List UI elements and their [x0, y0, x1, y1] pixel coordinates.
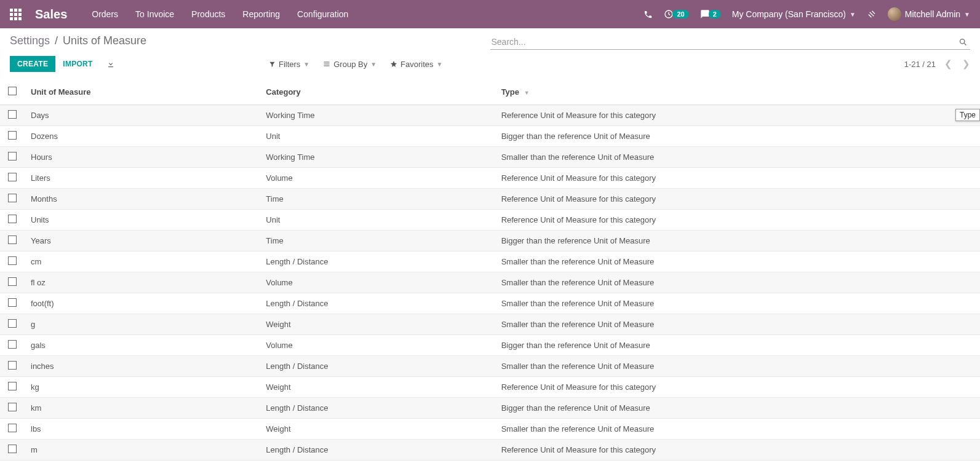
create-button[interactable]: CREATE [10, 56, 55, 72]
row-checkbox[interactable] [8, 131, 17, 140]
import-button[interactable]: IMPORT [55, 56, 100, 72]
cell-uom: km [25, 398, 260, 419]
select-all-checkbox[interactable] [8, 87, 17, 95]
cell-type: Smaller than the reference Unit of Measu… [495, 272, 980, 293]
groupby-dropdown[interactable]: Group By ▼ [323, 60, 376, 69]
row-checkbox[interactable] [8, 152, 17, 160]
cell-category: Length / Distance [260, 251, 495, 272]
row-checkbox[interactable] [8, 110, 17, 119]
svg-line-2 [964, 43, 966, 45]
cell-category: Length / Distance [260, 440, 495, 461]
row-checkbox[interactable] [8, 256, 17, 265]
nav-reporting[interactable]: Reporting [242, 9, 280, 19]
col-header-uom[interactable]: Unit of Measure [25, 79, 260, 105]
row-checkbox[interactable] [8, 403, 17, 411]
cell-type: Bigger than the reference Unit of Measur… [495, 335, 980, 356]
table-row[interactable]: DozensUnitBigger than the reference Unit… [0, 126, 980, 147]
company-switcher[interactable]: My Company (San Francisco) ▼ [732, 9, 856, 19]
table-row[interactable]: galsVolumeBigger than the reference Unit… [0, 335, 980, 356]
download-icon[interactable] [106, 60, 115, 68]
avatar [888, 7, 901, 21]
app-brand[interactable]: Sales [35, 7, 67, 22]
user-menu[interactable]: Mitchell Admin ▼ [888, 7, 970, 21]
messages-button[interactable]: 2 [700, 9, 721, 19]
cell-uom: gals [25, 335, 260, 356]
topbar-right: 20 2 My Company (San Francisco) ▼ Mitche… [643, 7, 970, 21]
search-bar [490, 34, 971, 50]
row-checkbox[interactable] [8, 194, 17, 202]
chevron-down-icon: ▼ [370, 61, 376, 68]
row-checkbox[interactable] [8, 361, 17, 370]
phone-icon[interactable] [643, 10, 653, 19]
favorites-dropdown[interactable]: Favorites ▼ [390, 60, 442, 69]
pager-range: 1-21 / 21 [904, 60, 936, 69]
cell-category: Time [260, 189, 495, 210]
activity-badge: 20 [672, 10, 688, 18]
table-row[interactable]: HoursWorking TimeSmaller than the refere… [0, 147, 980, 168]
sort-indicator-icon: ▼ [524, 90, 530, 96]
cell-category: Working Time [260, 147, 495, 168]
row-checkbox[interactable] [8, 236, 17, 244]
table-row[interactable]: DaysWorking TimeReference Unit of Measur… [0, 105, 980, 126]
row-checkbox[interactable] [8, 340, 17, 349]
main-nav: Orders To Invoice Products Reporting Con… [92, 9, 348, 19]
row-checkbox[interactable] [8, 382, 17, 390]
table-row[interactable]: lbsWeightSmaller than the reference Unit… [0, 419, 980, 440]
search-icon[interactable] [956, 36, 970, 48]
cell-type: Bigger than the reference Unit of Measur… [495, 231, 980, 251]
cell-type: Reference Unit of Measure for this categ… [495, 189, 980, 210]
breadcrumb-parent[interactable]: Settings [10, 34, 50, 47]
chevron-down-icon: ▼ [437, 61, 443, 68]
list-view: Type Unit of Measure Category Type ▼ Day… [0, 79, 980, 464]
company-name: My Company (San Francisco) [732, 9, 846, 19]
cell-category: Length / Distance [260, 461, 495, 465]
table-row[interactable]: inchesLength / DistanceSmaller than the … [0, 356, 980, 377]
search-input[interactable] [490, 34, 957, 49]
table-row[interactable]: gWeightSmaller than the reference Unit o… [0, 314, 980, 335]
nav-to-invoice[interactable]: To Invoice [135, 9, 174, 19]
cell-uom: fl oz [25, 272, 260, 293]
table-row[interactable]: YearsTimeBigger than the reference Unit … [0, 231, 980, 251]
nav-products[interactable]: Products [191, 9, 225, 19]
col-header-type[interactable]: Type ▼ [495, 79, 980, 105]
table-row[interactable]: UnitsUnitReference Unit of Measure for t… [0, 210, 980, 231]
cell-type: Smaller than the reference Unit of Measu… [495, 419, 980, 440]
debug-icon[interactable] [867, 9, 877, 19]
nav-orders[interactable]: Orders [92, 9, 118, 19]
cell-type: Smaller than the reference Unit of Measu… [495, 251, 980, 272]
activity-button[interactable]: 20 [664, 9, 688, 19]
table-row[interactable]: fl ozVolumeSmaller than the reference Un… [0, 272, 980, 293]
table-row[interactable]: MonthsTimeReference Unit of Measure for … [0, 189, 980, 210]
apps-icon[interactable] [10, 9, 22, 20]
cell-category: Volume [260, 335, 495, 356]
funnel-icon [269, 61, 276, 68]
table-row[interactable]: kmLength / DistanceBigger than the refer… [0, 398, 980, 419]
filters-dropdown[interactable]: Filters ▼ [269, 60, 309, 69]
cell-uom: Hours [25, 147, 260, 168]
breadcrumb: Settings / Units of Measure [10, 34, 490, 47]
pager-prev[interactable]: ❮ [944, 58, 952, 69]
table-row[interactable]: foot(ft)Length / DistanceSmaller than th… [0, 293, 980, 314]
col-header-category[interactable]: Category [260, 79, 495, 105]
row-checkbox[interactable] [8, 277, 17, 286]
row-checkbox[interactable] [8, 215, 17, 223]
cell-uom: inches [25, 356, 260, 377]
pager-next[interactable]: ❯ [962, 58, 970, 69]
table-row[interactable]: mLength / DistanceReference Unit of Meas… [0, 440, 980, 461]
row-checkbox[interactable] [8, 445, 17, 453]
table-row[interactable]: kgWeightReference Unit of Measure for th… [0, 377, 980, 398]
svg-point-1 [960, 39, 965, 44]
row-checkbox[interactable] [8, 298, 17, 307]
breadcrumb-separator: / [55, 34, 58, 47]
cell-category: Volume [260, 168, 495, 189]
page-title: Units of Measure [63, 34, 146, 47]
row-checkbox[interactable] [8, 424, 17, 432]
row-checkbox[interactable] [8, 319, 17, 328]
table-row[interactable]: cmLength / DistanceSmaller than the refe… [0, 251, 980, 272]
cell-uom: foot(ft) [25, 293, 260, 314]
nav-configuration[interactable]: Configuration [297, 9, 348, 19]
row-checkbox[interactable] [8, 173, 17, 181]
table-row[interactable]: LitersVolumeReference Unit of Measure fo… [0, 168, 980, 189]
cell-uom: Liters [25, 168, 260, 189]
table-row[interactable]: milesLength / DistanceBigger than the re… [0, 461, 980, 465]
